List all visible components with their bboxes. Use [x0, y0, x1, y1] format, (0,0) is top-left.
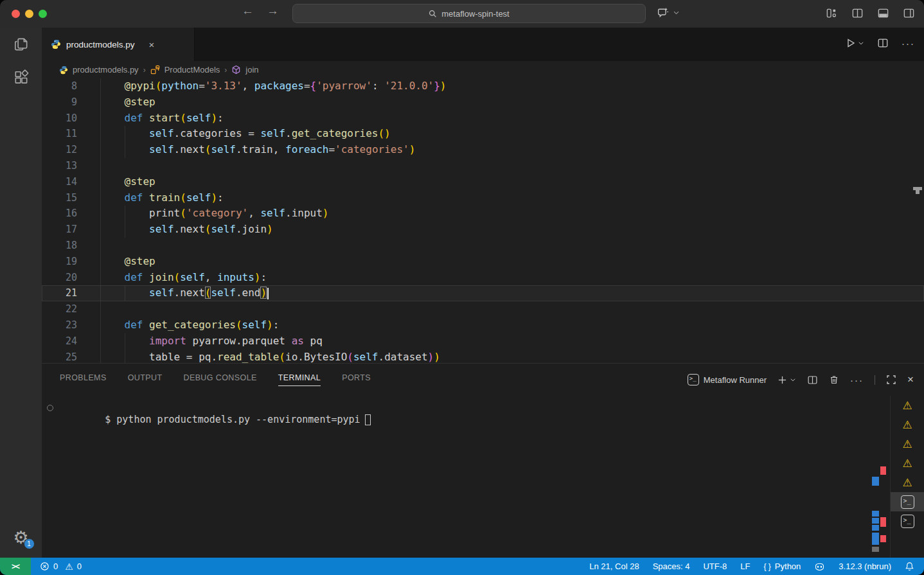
- extensions-icon[interactable]: [0, 61, 42, 94]
- breadcrumb-separator: ›: [143, 66, 146, 75]
- settings-gear-icon[interactable]: ⚙1: [13, 529, 28, 546]
- code-line[interactable]: 9 @step: [42, 94, 924, 111]
- terminal-instance-label[interactable]: >_ Metaflow Runner: [688, 374, 767, 385]
- code-line[interactable]: 8 @pypi(python='3.13', packages={'pyarro…: [42, 78, 924, 94]
- terminal[interactable]: $ python productmodels.py --environment=…: [42, 396, 924, 558]
- code-line[interactable]: 18: [42, 238, 924, 254]
- tab-label: productmodels.py: [66, 40, 135, 49]
- split-editor-right-icon[interactable]: [877, 37, 889, 49]
- toggle-secondary-sidebar-icon[interactable]: [903, 7, 915, 19]
- code-line[interactable]: 15 def train(self):: [42, 190, 924, 206]
- maximize-panel-icon[interactable]: [886, 375, 896, 385]
- line-content: table = pq.read_table(io.BytesIO(self.da…: [77, 349, 440, 363]
- terminal-command-text: $ python productmodels.py --environment=…: [105, 414, 360, 425]
- zoom-window-button[interactable]: [39, 10, 47, 18]
- forward-button[interactable]: →: [267, 4, 279, 18]
- terminal-tab-warning[interactable]: ⚠: [891, 454, 924, 473]
- terminal-tab-warning[interactable]: ⚠: [891, 396, 924, 415]
- line-content: self.next(self.join): [77, 222, 273, 238]
- remote-indicator[interactable]: ><: [0, 558, 31, 575]
- panel-tab-problems[interactable]: PROBLEMS: [60, 373, 107, 386]
- tab-close-icon[interactable]: ×: [149, 39, 155, 50]
- panel-more-actions-icon[interactable]: ···: [850, 375, 864, 385]
- customize-layout-icon[interactable]: [826, 7, 838, 19]
- close-panel-icon[interactable]: ×: [907, 373, 914, 386]
- editor-more-actions-icon[interactable]: ···: [902, 38, 915, 49]
- toggle-panel-icon[interactable]: [877, 7, 889, 19]
- terminal-tab[interactable]: >_: [891, 511, 924, 531]
- line-content: def get_categories(self):: [77, 317, 279, 333]
- scrollbar-decoration: [913, 187, 922, 190]
- line-number: 16: [42, 206, 77, 222]
- breadcrumb-file[interactable]: productmodels.py: [73, 65, 139, 75]
- code-line[interactable]: 14 @step: [42, 174, 924, 190]
- new-terminal-icon[interactable]: [777, 375, 796, 385]
- code-line[interactable]: 19 @step: [42, 254, 924, 270]
- panel-tab-terminal[interactable]: TERMINAL: [278, 373, 321, 386]
- line-number: 8: [42, 78, 77, 94]
- breadcrumb-class[interactable]: ProductModels: [164, 65, 220, 75]
- warning-triangle-icon: ⚠: [902, 477, 912, 488]
- code-line[interactable]: 21 self.next(self.end): [42, 285, 924, 301]
- split-terminal-icon[interactable]: [807, 375, 818, 385]
- panel-tab-output[interactable]: OUTPUT: [128, 373, 163, 386]
- copilot-chat-icon[interactable]: [657, 6, 670, 19]
- cursor-position-status[interactable]: Ln 21, Col 28: [589, 562, 639, 571]
- line-content: @pypi(python='3.13', packages={'pyarrow'…: [77, 78, 447, 94]
- eol-status[interactable]: LF: [740, 562, 750, 571]
- tab-productmodels[interactable]: productmodels.py ×: [42, 28, 195, 61]
- code-line[interactable]: 10 def start(self):: [42, 111, 924, 127]
- panel-tab-debug-console[interactable]: DEBUG CONSOLE: [183, 373, 256, 386]
- panel-tab-ports[interactable]: PORTS: [342, 373, 371, 386]
- problems-status[interactable]: 0 ⚠ 0: [40, 562, 82, 571]
- code-line[interactable]: 24 import pyarrow.parquet as pq: [42, 333, 924, 349]
- terminal-tab[interactable]: >_: [891, 492, 924, 511]
- close-window-button[interactable]: [12, 10, 20, 18]
- notifications-bell-icon[interactable]: [905, 562, 914, 571]
- terminal-tab-warning[interactable]: ⚠: [891, 434, 924, 454]
- terminal-tab-warning[interactable]: ⚠: [891, 473, 924, 492]
- line-content: self.next(self.end): [77, 285, 269, 301]
- command-center-search[interactable]: metaflow-spin-test: [292, 4, 646, 23]
- python-interpreter-status[interactable]: 3.12.3 (nbrun): [839, 562, 891, 571]
- status-bar: >< 0 ⚠ 0 Ln 21, Col 28 Spaces: 4 UTF-8 L…: [0, 558, 924, 575]
- copilot-status-icon[interactable]: [814, 562, 825, 571]
- code-editor[interactable]: 8 @pypi(python='3.13', packages={'pyarro…: [42, 78, 924, 363]
- line-content: self.categories = self.get_categories(): [77, 126, 391, 142]
- split-editor-icon[interactable]: [851, 7, 864, 19]
- terminal-icon: >_: [901, 495, 914, 509]
- code-line[interactable]: 11 self.categories = self.get_categories…: [42, 126, 924, 142]
- run-python-file-icon[interactable]: [846, 38, 864, 48]
- chevron-down-icon[interactable]: [673, 9, 680, 16]
- warning-triangle-icon: ⚠: [902, 400, 912, 411]
- line-number: 20: [42, 270, 77, 286]
- terminal-tab-warning[interactable]: ⚠: [891, 415, 924, 434]
- indentation-status[interactable]: Spaces: 4: [653, 562, 690, 571]
- line-number: 22: [42, 301, 77, 317]
- language-mode-status[interactable]: { } Python: [763, 562, 801, 571]
- code-line[interactable]: 25 table = pq.read_table(io.BytesIO(self…: [42, 349, 924, 363]
- code-line[interactable]: 17 self.next(self.join): [42, 222, 924, 238]
- vscode-window: ← → metaflow-spin-test: [0, 0, 924, 575]
- code-line[interactable]: 23 def get_categories(self):: [42, 317, 924, 333]
- command-decoration-icon[interactable]: [47, 405, 53, 411]
- breadcrumb: productmodels.py › ProductModels › join: [42, 61, 924, 78]
- encoding-status[interactable]: UTF-8: [703, 562, 727, 571]
- line-number: 19: [42, 254, 77, 270]
- title-bar: ← → metaflow-spin-test: [0, 0, 924, 28]
- warning-triangle-icon: ⚠: [902, 458, 912, 469]
- line-number: 25: [42, 349, 77, 363]
- line-number: 12: [42, 142, 77, 158]
- code-lines: 8 @pypi(python='3.13', packages={'pyarro…: [42, 78, 924, 363]
- kill-terminal-icon[interactable]: [829, 375, 839, 385]
- code-line[interactable]: 20 def join(self, inputs):: [42, 270, 924, 286]
- code-line[interactable]: 13: [42, 158, 924, 174]
- back-button[interactable]: ←: [242, 4, 254, 18]
- line-content: def start(self):: [77, 111, 224, 127]
- code-line[interactable]: 12 self.next(self.train, foreach='catego…: [42, 142, 924, 158]
- explorer-icon[interactable]: [0, 28, 42, 61]
- breadcrumb-symbol[interactable]: join: [245, 65, 258, 75]
- code-line[interactable]: 22: [42, 301, 924, 317]
- code-line[interactable]: 16 print('category', self.input): [42, 206, 924, 222]
- minimize-window-button[interactable]: [25, 10, 33, 18]
